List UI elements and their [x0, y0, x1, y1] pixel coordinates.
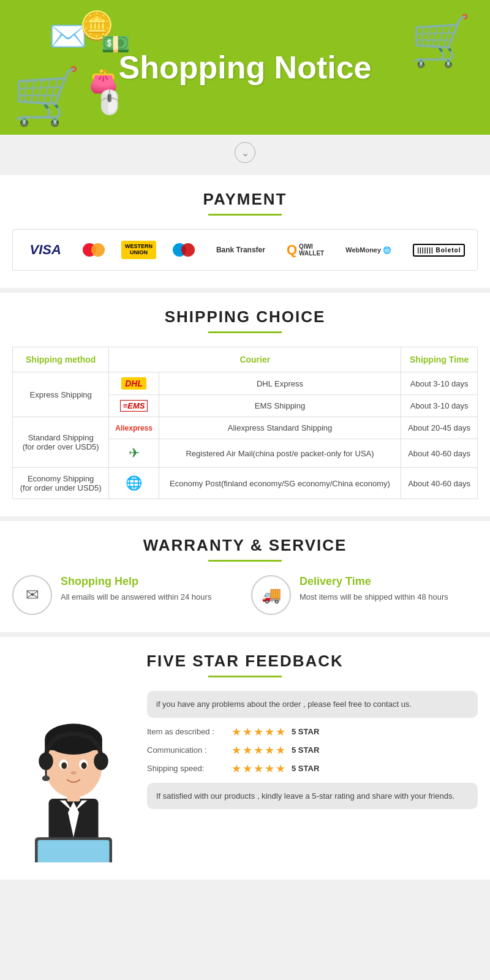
col-time: Shipping Time: [401, 347, 478, 372]
ems-logo-cell: ≡EMS: [109, 395, 159, 417]
feedback-section: FIVE STAR FEEDBACK: [0, 637, 490, 880]
western-union-logo: WESTERNUNION: [121, 241, 156, 259]
rating-row-shipping: Shipping speed: ★★★★★ 5 STAR: [147, 762, 478, 775]
svg-point-14: [94, 752, 108, 770]
svg-rect-18: [38, 840, 110, 863]
payment-underline: [208, 214, 282, 216]
feedback-underline: [208, 676, 282, 677]
rating-row-described: Item as described : ★★★★★ 5 STAR: [147, 725, 478, 739]
ali-time: About 20-45 days: [401, 417, 478, 439]
svg-point-10: [61, 763, 67, 769]
payment-logos: VISA WESTERNUNION Bank Transfer Q QIWIWA…: [12, 229, 478, 271]
shopping-help-text: Shopping Help All emails will be answere…: [61, 575, 211, 603]
ali-name: Aliexpress Standard Shipping: [159, 417, 401, 439]
feedback-title: FIVE STAR FEEDBACK: [12, 652, 478, 671]
warranty-item-shopping: ✉ Shopping Help All emails will be answe…: [12, 575, 239, 615]
col-method: Shipping method: [13, 347, 109, 372]
rating-label-communication: Communication :: [147, 745, 227, 755]
shopping-help-icon: ✉: [12, 575, 52, 615]
warranty-underline: [208, 560, 282, 562]
page-title: Shopping Notice: [118, 49, 371, 86]
chevron-down-icon: ⌄: [235, 142, 255, 163]
stars-shipping: ★★★★★: [232, 762, 287, 775]
rating-label-described: Item as described :: [147, 727, 227, 736]
express-method: Express Shipping: [13, 372, 109, 417]
col-courier: Courier: [109, 347, 401, 372]
ems-time: About 3-10 days: [401, 395, 478, 417]
stars-communication: ★★★★★: [232, 744, 287, 757]
ems-name: EMS Shipping: [159, 395, 401, 417]
airmail-time: About 40-60 days: [401, 439, 478, 468]
stars-described: ★★★★★: [232, 725, 287, 739]
payment-section: PAYMENT VISA WESTERNUNION Bank Transfer …: [0, 175, 490, 288]
table-row: Economy Shipping(for order under USD5) 🌐…: [13, 468, 478, 499]
svg-point-12: [71, 771, 77, 774]
shopping-help-label: Shopping Help: [61, 575, 211, 588]
star-count-shipping: 5 STAR: [292, 764, 319, 773]
svg-point-11: [81, 763, 87, 769]
standard-method: Standard Shipping(for order over USD5): [13, 417, 109, 468]
qiwi-q-icon: Q: [287, 242, 297, 258]
table-row: Express Shipping DHL DHL Express About 3…: [13, 372, 478, 395]
economy-logo: 🌐: [126, 475, 142, 491]
mouse-icon: 🖱️: [95, 89, 124, 116]
aliexpress-logo: Aliexpress: [115, 424, 153, 432]
shipping-title: SHIPPING CHOICE: [12, 307, 478, 326]
delivery-time-icon: 🚚: [251, 575, 291, 615]
economy-time: About 40-60 days: [401, 468, 478, 499]
svg-point-16: [42, 775, 50, 781]
airmail-logo: ✈: [129, 445, 140, 461]
dhl-logo-cell: DHL: [109, 372, 159, 395]
table-row: Standard Shipping(for order over USD5) A…: [13, 417, 478, 439]
economy-logo-cell: 🌐: [109, 468, 159, 499]
ratings-block: Item as described : ★★★★★ 5 STAR Communi…: [147, 725, 478, 775]
warranty-item-delivery: 🚚 Delivery Time Most items will be shipp…: [251, 575, 478, 615]
delivery-time-desc: Most items will be shipped within 48 hou…: [300, 591, 448, 603]
warranty-title: WARRANTY & SERVICE: [12, 536, 478, 555]
cart-right-icon: 🛒: [410, 12, 472, 70]
airmail-name: Registered Air Mail(china post/e packet-…: [159, 439, 401, 468]
dhl-name: DHL Express: [159, 372, 401, 395]
qiwi-logo: Q QIWIWALLET: [287, 242, 324, 258]
mastercard-logo: [83, 243, 105, 257]
feedback-layout: if you have any problems about the order…: [12, 691, 478, 862]
warranty-grid: ✉ Shopping Help All emails will be answe…: [12, 575, 478, 615]
chevron-section: ⌄: [0, 135, 490, 170]
star-count-communication: 5 STAR: [292, 745, 319, 755]
svg-point-13: [39, 752, 53, 770]
mc-orange-circle: [91, 243, 105, 257]
speech-bubble-top: if you have any problems about the order…: [147, 691, 478, 718]
boleto-logo: ||||||| Boletol: [413, 244, 465, 257]
rating-row-communication: Communication : ★★★★★ 5 STAR: [147, 744, 478, 757]
ali-logo-cell: Aliexpress: [109, 417, 159, 439]
economy-method: Economy Shipping(for order under USD5): [13, 468, 109, 499]
maestro-red: [181, 243, 195, 257]
star-count-described: 5 STAR: [292, 727, 319, 736]
speech-bubble-bottom: If satisfied with our products , kindly …: [147, 783, 478, 810]
bank-transfer-logo: Bank Transfer: [211, 243, 270, 257]
delivery-time-label: Delivery Time: [300, 575, 448, 588]
agent-svg: [18, 691, 129, 862]
ems-logo: ≡EMS: [120, 400, 148, 412]
maestro-logo: [173, 243, 195, 257]
economy-name: Economy Post(finland economy/SG economy/…: [159, 468, 401, 499]
cart-left-icon: 🛒: [12, 64, 81, 129]
airmail-logo-cell: ✈: [109, 439, 159, 468]
shipping-underline: [208, 331, 282, 333]
header-banner: 🛒 ✉️ 🪙 💵 👛 🖱️ Shopping Notice 🛒: [0, 0, 490, 135]
webmoney-logo: WebMoney 🌐: [341, 244, 396, 257]
delivery-time-text: Delivery Time Most items will be shipped…: [300, 575, 448, 603]
qiwi-text: QIWIWALLET: [299, 243, 324, 257]
shipping-section: SHIPPING CHOICE Shipping method Courier …: [0, 293, 490, 516]
warranty-section: WARRANTY & SERVICE ✉ Shopping Help All e…: [0, 521, 490, 632]
shipping-table: Shipping method Courier Shipping Time Ex…: [12, 347, 478, 499]
agent-figure: [12, 691, 135, 862]
shopping-help-desc: All emails will be answered within 24 ho…: [61, 591, 211, 603]
rating-label-shipping: Shipping speed:: [147, 764, 227, 773]
feedback-right: if you have any problems about the order…: [147, 691, 478, 809]
dhl-time: About 3-10 days: [401, 372, 478, 395]
dhl-logo: DHL: [121, 377, 146, 390]
payment-title: PAYMENT: [12, 190, 478, 209]
visa-logo: VISA: [25, 239, 66, 260]
